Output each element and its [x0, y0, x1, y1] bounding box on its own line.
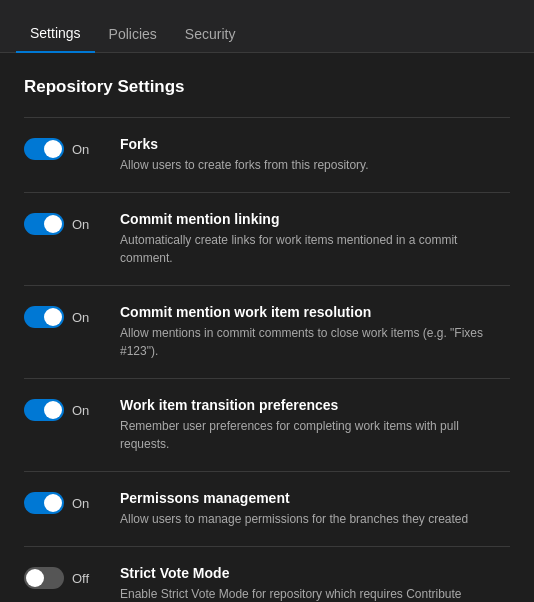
- toggle-area-work-item-transition: On: [24, 397, 104, 421]
- toggle-area-commit-mention-work-item: On: [24, 304, 104, 328]
- section-title: Repository Settings: [24, 77, 510, 97]
- setting-name-strict-vote-mode: Strict Vote Mode: [120, 565, 510, 581]
- toggle-area-strict-vote-mode: Off: [24, 565, 104, 589]
- toggle-label-commit-mention-linking: On: [72, 217, 96, 232]
- setting-text-commit-mention-linking: Commit mention linkingAutomatically crea…: [120, 211, 510, 267]
- tab-security[interactable]: Security: [171, 16, 250, 52]
- setting-name-forks: Forks: [120, 136, 510, 152]
- setting-item-strict-vote-mode: OffStrict Vote ModeEnable Strict Vote Mo…: [24, 547, 510, 602]
- setting-item-permissions-management: OnPermissons managementAllow users to ma…: [24, 472, 510, 547]
- setting-text-permissions-management: Permissons managementAllow users to mana…: [120, 490, 510, 528]
- setting-desc-strict-vote-mode: Enable Strict Vote Mode for repository w…: [120, 585, 510, 602]
- toggle-label-strict-vote-mode: Off: [72, 571, 96, 586]
- setting-name-permissions-management: Permissons management: [120, 490, 510, 506]
- setting-text-commit-mention-work-item: Commit mention work item resolutionAllow…: [120, 304, 510, 360]
- toggle-area-commit-mention-linking: On: [24, 211, 104, 235]
- setting-desc-commit-mention-work-item: Allow mentions in commit comments to clo…: [120, 324, 510, 360]
- setting-desc-commit-mention-linking: Automatically create links for work item…: [120, 231, 510, 267]
- toggle-area-forks: On: [24, 136, 104, 160]
- setting-name-work-item-transition: Work item transition preferences: [120, 397, 510, 413]
- tab-bar: Settings Policies Security: [0, 0, 534, 53]
- setting-item-work-item-transition: OnWork item transition preferencesRememb…: [24, 379, 510, 472]
- tab-settings[interactable]: Settings: [16, 15, 95, 53]
- settings-list: OnForksAllow users to create forks from …: [24, 117, 510, 602]
- tab-policies[interactable]: Policies: [95, 16, 171, 52]
- toggle-area-permissions-management: On: [24, 490, 104, 514]
- setting-item-commit-mention-linking: OnCommit mention linkingAutomatically cr…: [24, 193, 510, 286]
- toggle-label-commit-mention-work-item: On: [72, 310, 96, 325]
- content-area: Repository Settings OnForksAllow users t…: [0, 53, 534, 602]
- toggle-commit-mention-linking[interactable]: [24, 213, 64, 235]
- toggle-label-forks: On: [72, 142, 96, 157]
- toggle-work-item-transition[interactable]: [24, 399, 64, 421]
- toggle-commit-mention-work-item[interactable]: [24, 306, 64, 328]
- setting-text-work-item-transition: Work item transition preferencesRemember…: [120, 397, 510, 453]
- setting-item-commit-mention-work-item: OnCommit mention work item resolutionAll…: [24, 286, 510, 379]
- setting-text-strict-vote-mode: Strict Vote ModeEnable Strict Vote Mode …: [120, 565, 510, 602]
- setting-name-commit-mention-work-item: Commit mention work item resolution: [120, 304, 510, 320]
- setting-desc-work-item-transition: Remember user preferences for completing…: [120, 417, 510, 453]
- setting-item-forks: OnForksAllow users to create forks from …: [24, 118, 510, 193]
- toggle-forks[interactable]: [24, 138, 64, 160]
- setting-text-forks: ForksAllow users to create forks from th…: [120, 136, 510, 174]
- setting-desc-permissions-management: Allow users to manage permissions for th…: [120, 510, 510, 528]
- setting-desc-forks: Allow users to create forks from this re…: [120, 156, 510, 174]
- toggle-permissions-management[interactable]: [24, 492, 64, 514]
- toggle-label-work-item-transition: On: [72, 403, 96, 418]
- toggle-label-permissions-management: On: [72, 496, 96, 511]
- setting-name-commit-mention-linking: Commit mention linking: [120, 211, 510, 227]
- toggle-strict-vote-mode[interactable]: [24, 567, 64, 589]
